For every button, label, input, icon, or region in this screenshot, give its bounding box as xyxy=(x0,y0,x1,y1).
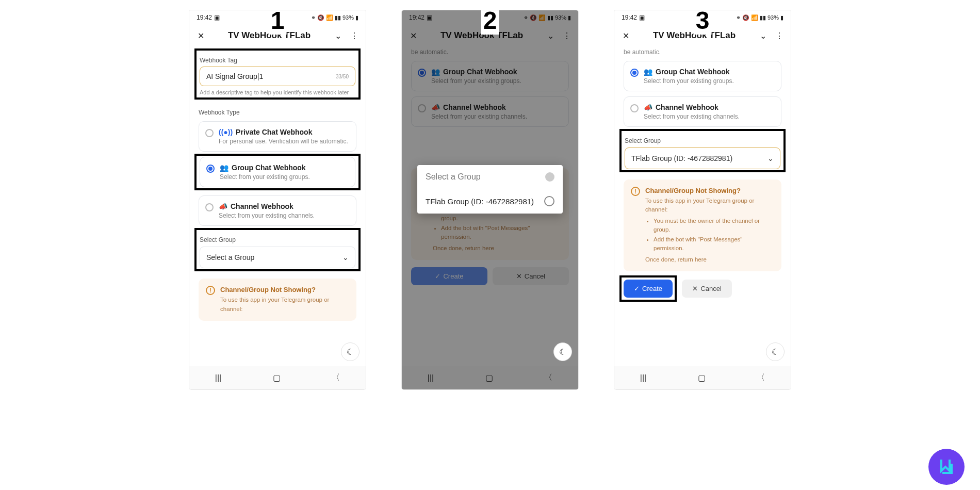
signal-icon: ▮▮ xyxy=(760,14,766,21)
battery-pct: 93% xyxy=(555,14,566,21)
radio-disabled-icon xyxy=(545,172,554,182)
highlight-select-group: Select Group Select a Group ⌄ xyxy=(194,228,361,271)
more-icon[interactable]: ⋮ xyxy=(773,29,786,42)
step-number: 1 xyxy=(269,10,287,35)
nav-back-icon[interactable]: 〈 xyxy=(544,372,552,383)
highlight-select-group: Select Group TFlab Group (ID: -467288298… xyxy=(619,129,786,172)
theme-toggle-button[interactable]: ☾ xyxy=(766,342,785,361)
close-icon[interactable]: ✕ xyxy=(407,29,419,42)
megaphone-icon: 📣 xyxy=(219,202,227,210)
close-icon[interactable]: ✕ xyxy=(194,29,207,42)
warning-icon: ! xyxy=(631,187,640,196)
nav-bar: ||| ▢ 〈 xyxy=(402,366,578,389)
phone-screen-1: 1 19:42 ▣ ⚭ 🔇 📶 ▮▮ 93% ▮ ✕ TV WebHook TF… xyxy=(189,10,366,389)
highlight-group-chat: 👥Group Chat Webhook Select from your exi… xyxy=(194,154,361,190)
webhook-type-label: Webhook Type xyxy=(199,109,356,116)
warning-li-bot: Add the bot with "Post Messages" permiss… xyxy=(654,235,774,253)
nav-bar: ||| ▢ 〈 xyxy=(614,366,791,389)
status-time: 19:42 xyxy=(197,14,212,21)
nav-recents-icon[interactable]: ||| xyxy=(640,373,646,383)
popup-title: Select a Group xyxy=(426,172,481,182)
popup-item-tflab[interactable]: TFlab Group (ID: -4672882981) xyxy=(417,189,563,214)
option-group-title: Group Chat Webhook xyxy=(656,68,730,76)
truncated-private-desc: be automatic. xyxy=(624,48,781,56)
close-icon[interactable]: ✕ xyxy=(619,29,632,42)
battery-icon: ▮ xyxy=(780,14,783,21)
option-private-chat[interactable]: ((●))Private Chat Webhook For personal u… xyxy=(199,121,356,152)
create-label: Create xyxy=(642,285,662,292)
option-channel[interactable]: 📣Channel Webhook Select from your existi… xyxy=(411,96,569,127)
moon-icon: ☾ xyxy=(347,347,354,357)
option-group-chat[interactable]: 👥Group Chat Webhook Select from your exi… xyxy=(624,61,781,91)
nav-back-icon[interactable]: 〈 xyxy=(757,372,765,383)
chevron-down-icon[interactable]: ⌄ xyxy=(544,29,557,42)
create-button[interactable]: ✓ Create xyxy=(411,267,487,285)
option-channel[interactable]: 📣Channel Webhook Select from your existi… xyxy=(624,96,781,127)
option-channel-title: Channel Webhook xyxy=(231,202,293,210)
option-channel[interactable]: 📣Channel Webhook Select from your existi… xyxy=(199,195,356,226)
webhook-tag-input-box[interactable]: 33/50 xyxy=(200,67,355,86)
nav-recents-icon[interactable]: ||| xyxy=(215,373,221,383)
select-group-label: Select Group xyxy=(200,236,355,243)
wifi-icon: 📶 xyxy=(751,14,758,21)
phone-screen-2: 2 19:42 ▣ ⚭ 🔇 📶 ▮▮ 93% ▮ ✕ TV WebHook TF… xyxy=(402,10,578,389)
nav-back-icon[interactable]: 〈 xyxy=(332,372,340,383)
webhook-tag-label: Webhook Tag xyxy=(200,57,355,64)
logo-icon xyxy=(936,456,957,477)
more-icon[interactable]: ⋮ xyxy=(348,29,361,42)
group-icon: 👥 xyxy=(431,68,440,76)
option-group-chat[interactable]: 👥Group Chat Webhook Select from your exi… xyxy=(411,61,569,91)
mute-icon: 🔇 xyxy=(742,14,749,21)
option-group-title: Group Chat Webhook xyxy=(443,68,517,76)
nav-home-icon[interactable]: ▢ xyxy=(273,373,281,383)
option-channel-title: Channel Webhook xyxy=(443,103,506,111)
check-icon: ✓ xyxy=(634,285,640,292)
select-group-placeholder: Select a Group xyxy=(206,253,254,262)
radio-group[interactable] xyxy=(630,69,639,77)
nav-home-icon[interactable]: ▢ xyxy=(698,373,706,383)
option-channel-desc: Select from your existing channels. xyxy=(431,113,562,120)
step-number: 2 xyxy=(481,10,499,35)
warning-intro: To use this app in your Telegram group o… xyxy=(220,296,349,314)
battery-pct: 93% xyxy=(767,14,779,21)
moon-icon: ☾ xyxy=(559,347,566,357)
radio-channel[interactable] xyxy=(630,104,639,112)
more-icon[interactable]: ⋮ xyxy=(561,29,573,42)
highlight-webhook-tag: Webhook Tag 33/50 Add a descriptive tag … xyxy=(194,48,361,100)
radio-channel[interactable] xyxy=(205,203,214,211)
radio-private[interactable] xyxy=(205,129,214,137)
option-channel-title: Channel Webhook xyxy=(656,103,718,111)
option-private-title: Private Chat Webhook xyxy=(236,128,312,136)
radio-channel[interactable] xyxy=(418,104,426,112)
create-button[interactable]: ✓ Create xyxy=(624,280,673,298)
nav-home-icon[interactable]: ▢ xyxy=(485,373,493,383)
cancel-button[interactable]: ✕ Cancel xyxy=(493,267,569,285)
battery-icon: ▮ xyxy=(355,14,358,21)
truncated-private-desc: be automatic. xyxy=(411,48,569,56)
warning-card: ! Channel/Group Not Showing? To use this… xyxy=(624,179,781,271)
radio-group[interactable] xyxy=(418,69,426,77)
select-group-dropdown[interactable]: TFlab Group (ID: -4672882981) ⌄ xyxy=(625,148,780,169)
popup-radio[interactable] xyxy=(544,196,554,206)
webhook-tag-input[interactable] xyxy=(206,72,336,80)
cancel-button[interactable]: ✕ Cancel xyxy=(682,280,731,298)
chevron-down-icon[interactable]: ⌄ xyxy=(332,29,344,42)
highlight-create-btn: ✓ Create xyxy=(619,275,677,302)
select-group-label: Select Group xyxy=(625,137,780,144)
group-icon: 👥 xyxy=(220,164,228,172)
nav-bar: ||| ▢ 〈 xyxy=(189,366,366,389)
option-channel-desc: Select from your existing channels. xyxy=(644,113,775,120)
chevron-down-icon[interactable]: ⌄ xyxy=(757,29,769,42)
nav-recents-icon[interactable]: ||| xyxy=(428,373,434,383)
select-group-dropdown[interactable]: Select a Group ⌄ xyxy=(200,247,355,268)
option-group-desc: Select from your existing groups. xyxy=(220,173,349,181)
check-icon: ✓ xyxy=(435,272,440,280)
status-image-icon: ▣ xyxy=(639,14,645,21)
radio-group[interactable] xyxy=(206,165,215,173)
popup-item-label: TFlab Group (ID: -4672882981) xyxy=(426,197,534,206)
warning-card: ! Channel/Group Not Showing? To use this… xyxy=(199,279,356,321)
theme-toggle-button[interactable]: ☾ xyxy=(553,342,572,361)
option-group-chat[interactable]: 👥Group Chat Webhook Select from your exi… xyxy=(200,157,355,187)
moon-icon: ☾ xyxy=(772,347,779,357)
theme-toggle-button[interactable]: ☾ xyxy=(341,342,360,361)
